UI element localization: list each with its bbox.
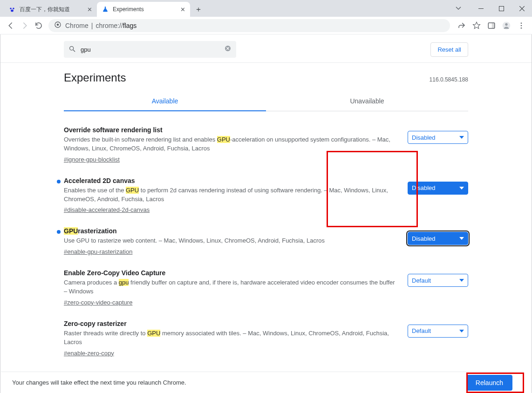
experiment-title: Enable Zero-Copy Video Capture	[64, 269, 396, 277]
baidu-favicon-icon	[8, 6, 16, 13]
share-icon[interactable]	[455, 19, 469, 33]
experiment-row: Enable Zero-Copy Video CaptureCamera pro…	[64, 264, 468, 314]
svg-point-6	[57, 24, 59, 26]
svg-point-2	[11, 10, 14, 12]
relaunch-bar: Your changes will take effect the next t…	[1, 372, 524, 393]
experiment-control: Default	[408, 320, 468, 338]
search-flags-box[interactable]	[64, 41, 236, 58]
experiment-description: Camera produces a gpu friendly buffer on…	[64, 278, 396, 296]
experiment-title: Override software rendering list	[64, 126, 396, 134]
svg-point-12	[521, 25, 522, 26]
experiment-row: Accelerated 2D canvasEnables the use of …	[64, 171, 468, 222]
experiment-select[interactable]: Default	[408, 325, 468, 338]
relaunch-message: Your changes will take effect the next t…	[12, 379, 186, 386]
svg-point-14	[70, 46, 74, 50]
svg-rect-4	[499, 6, 504, 11]
page-title: Experiments	[64, 71, 126, 84]
experiment-row: Zero-copy rasterizerRaster threads write…	[64, 314, 468, 365]
close-icon[interactable]: ✕	[87, 6, 92, 13]
svg-point-0	[10, 8, 12, 10]
bookmark-star-icon[interactable]	[470, 19, 484, 33]
url-path: flags	[123, 22, 137, 29]
experiment-body: Zero-copy rasterizerRaster threads write…	[64, 320, 396, 357]
experiment-hash-link[interactable]: #enable-zero-copy	[64, 350, 114, 357]
address-bar[interactable]: Chrome | chrome://flags	[48, 19, 450, 32]
experiment-title: Accelerated 2D canvas	[64, 177, 396, 184]
experiment-body: Override software rendering listOverride…	[64, 126, 396, 163]
experiment-title: GPU rasterization	[64, 227, 396, 235]
relaunch-button[interactable]: Relaunch	[466, 375, 512, 391]
svg-line-15	[73, 50, 75, 52]
forward-button[interactable]	[18, 19, 32, 33]
url-prefix: Chrome	[65, 22, 89, 29]
experiment-row: GPU rasterizationUse GPU to rasterize we…	[64, 222, 468, 264]
reset-all-button[interactable]: Reset all	[430, 42, 468, 57]
chrome-site-icon	[54, 21, 61, 30]
page-content: Reset all Experiments 116.0.5845.188 Ava…	[0, 34, 532, 393]
clear-search-icon[interactable]	[224, 45, 232, 54]
tab-title: Experiments	[113, 6, 177, 13]
browser-tab-active[interactable]: Experiments ✕	[97, 2, 190, 17]
svg-point-13	[521, 27, 522, 28]
search-input[interactable]	[81, 46, 224, 53]
experiment-description: Raster threads write directly to GPU mem…	[64, 329, 396, 347]
svg-rect-3	[478, 8, 484, 9]
experiment-control: Disabled	[408, 227, 468, 245]
experiment-hash-link[interactable]: #zero-copy-video-capture	[64, 299, 132, 306]
experiment-hash-link[interactable]: #disable-accelerated-2d-canvas	[64, 206, 150, 213]
window-minimize-button[interactable]	[471, 1, 491, 15]
svg-point-10	[505, 23, 507, 25]
browser-toolbar: Chrome | chrome://flags	[0, 17, 532, 34]
window-close-button[interactable]	[512, 1, 532, 15]
experiment-body: Enable Zero-Copy Video CaptureCamera pro…	[64, 269, 396, 306]
experiment-select[interactable]: Disabled	[408, 182, 468, 195]
back-button[interactable]	[4, 19, 18, 33]
experiment-body: Accelerated 2D canvasEnables the use of …	[64, 177, 396, 214]
svg-point-1	[13, 8, 14, 10]
search-icon	[68, 45, 76, 54]
experiment-select[interactable]: Disabled	[408, 232, 468, 245]
experiment-description: Overrides the built-in software renderin…	[64, 136, 396, 153]
experiment-row: Override software rendering listOverride…	[64, 121, 468, 171]
close-icon[interactable]: ✕	[180, 6, 185, 13]
experiment-control: Disabled	[408, 126, 468, 144]
profile-avatar-icon[interactable]	[499, 19, 513, 33]
experiment-tabs: Available Unavailable	[64, 92, 468, 111]
modified-dot-icon	[57, 230, 61, 234]
url-scheme: chrome://	[95, 22, 123, 29]
experiment-body: GPU rasterizationUse GPU to rasterize we…	[64, 227, 396, 255]
window-maximize-button[interactable]	[491, 1, 512, 15]
experiment-select[interactable]: Disabled	[408, 131, 468, 144]
experiment-title: Zero-copy rasterizer	[64, 320, 396, 327]
svg-rect-8	[492, 23, 495, 28]
side-panel-icon[interactable]	[484, 19, 498, 33]
new-tab-button[interactable]: ＋	[192, 3, 205, 16]
modified-dot-icon	[57, 180, 61, 183]
tab-title: 百度一下，你就知道	[20, 6, 84, 14]
experiment-select[interactable]: Default	[408, 274, 468, 287]
browser-tab-inactive[interactable]: 百度一下，你就知道 ✕	[4, 2, 97, 17]
window-titlebar: 百度一下，你就知道 ✕ Experiments ✕ ＋	[0, 0, 532, 17]
experiment-hash-link[interactable]: #ignore-gpu-blocklist	[64, 156, 120, 163]
experiment-hash-link[interactable]: #enable-gpu-rasterization	[64, 248, 132, 255]
experiments-list: Override software rendering listOverride…	[64, 121, 468, 393]
url-separator: |	[91, 22, 93, 29]
chrome-version: 116.0.5845.188	[430, 76, 468, 83]
experiment-control: Default	[408, 269, 468, 287]
flask-favicon-icon	[102, 6, 109, 13]
experiment-description: Use GPU to rasterize web content. – Mac,…	[64, 237, 396, 245]
svg-point-11	[521, 22, 522, 24]
experiment-control: Disabled	[408, 177, 468, 195]
experiment-description: Enables the use of the GPU to perform 2d…	[64, 186, 396, 204]
chevron-down-icon[interactable]	[448, 1, 469, 15]
reload-button[interactable]	[32, 19, 46, 33]
tab-available[interactable]: Available	[64, 92, 266, 111]
tab-unavailable[interactable]: Unavailable	[266, 92, 468, 111]
kebab-menu-icon[interactable]	[514, 19, 528, 33]
